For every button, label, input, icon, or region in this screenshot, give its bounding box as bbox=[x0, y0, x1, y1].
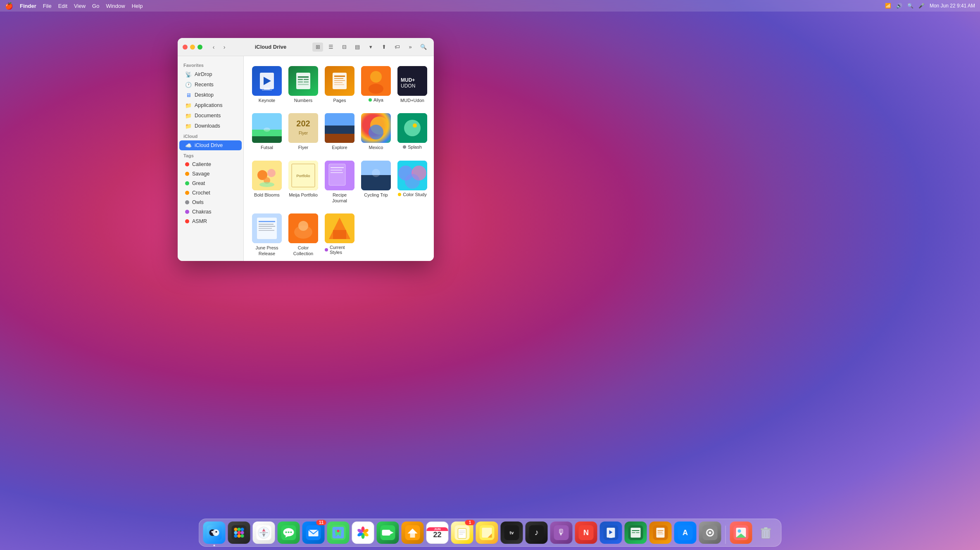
sidebar-item-applications[interactable]: 📁 Applications bbox=[179, 100, 242, 110]
dock-item-appstore[interactable]: A bbox=[674, 522, 697, 544]
sidebar-item-airdrop[interactable]: 📡 AirDrop bbox=[179, 69, 242, 79]
file-mud-udon[interactable]: MUD+ UDON MUD+Udon bbox=[396, 63, 429, 107]
dock-item-notes[interactable] bbox=[451, 522, 473, 544]
dock-item-music[interactable]: ♪ bbox=[526, 522, 548, 544]
sidebar-item-great[interactable]: Great bbox=[179, 179, 242, 188]
menu-edit[interactable]: Edit bbox=[58, 3, 67, 9]
bold-blooms-label: Bold Blooms bbox=[254, 192, 280, 198]
dock-item-facetime[interactable] bbox=[377, 522, 399, 544]
forward-button[interactable]: › bbox=[220, 43, 229, 52]
file-pages[interactable]: Pages bbox=[323, 63, 356, 107]
dock-item-pages-dock[interactable] bbox=[649, 522, 672, 544]
dock-item-calendar[interactable]: JUN 22 bbox=[426, 522, 449, 544]
sidebar-item-icloud-drive[interactable]: ☁️ iCloud Drive bbox=[179, 140, 242, 150]
svg-rect-141 bbox=[632, 530, 640, 531]
file-explore[interactable]: Explore bbox=[323, 110, 356, 154]
file-numbers[interactable]: Numbers bbox=[287, 63, 320, 107]
file-bold-blooms[interactable]: Bold Blooms bbox=[250, 157, 283, 207]
menu-go[interactable]: Go bbox=[92, 3, 99, 9]
sidebar-item-owls[interactable]: Owls bbox=[179, 198, 242, 207]
sidebar-item-desktop[interactable]: 🖥 Desktop bbox=[179, 90, 242, 100]
dock-item-sysprefs[interactable] bbox=[699, 522, 721, 544]
svg-point-86 bbox=[241, 534, 244, 538]
apple-menu[interactable]: 🍎 bbox=[5, 2, 13, 10]
great-tag-dot bbox=[185, 181, 189, 185]
svg-text:N: N bbox=[583, 529, 589, 537]
sidebar-item-caliente[interactable]: Caliente bbox=[179, 160, 242, 169]
dock-item-maps[interactable] bbox=[327, 522, 350, 544]
dock-item-mail[interactable] bbox=[302, 522, 325, 544]
menubar-right: 📶 🔊 🔍 🎤 Mon Jun 22 9:41 AM bbox=[885, 3, 975, 9]
dock-item-photos[interactable] bbox=[352, 522, 374, 544]
dock-item-home[interactable] bbox=[402, 522, 424, 544]
svg-point-74 bbox=[213, 529, 219, 536]
view-options-button[interactable]: ▾ bbox=[365, 43, 376, 52]
more-button[interactable]: » bbox=[405, 43, 416, 52]
file-keynote[interactable]: Keynote bbox=[250, 63, 283, 107]
svg-point-83 bbox=[241, 531, 244, 534]
file-futsal[interactable]: Futsal bbox=[250, 110, 283, 154]
svg-point-43 bbox=[259, 182, 274, 187]
icloud-label: iCloud bbox=[178, 131, 243, 140]
minimize-button[interactable] bbox=[190, 45, 195, 50]
file-current-styles[interactable]: Current Styles bbox=[323, 210, 356, 260]
share-button[interactable]: ⬆ bbox=[378, 43, 389, 52]
back-button[interactable]: ‹ bbox=[209, 43, 218, 52]
sidebar-item-asmr[interactable]: ASMR bbox=[179, 217, 242, 226]
dock-item-safari[interactable] bbox=[253, 522, 275, 544]
nav-buttons: ‹ › bbox=[209, 43, 229, 52]
sidebar-item-crochet[interactable]: Crochet bbox=[179, 188, 242, 197]
file-flyer[interactable]: 202 Flyer Flyer bbox=[287, 110, 320, 154]
dock-item-news[interactable]: N bbox=[575, 522, 597, 544]
dock-item-appletv[interactable]: tv bbox=[501, 522, 523, 544]
sidebar-item-savage[interactable]: Savage bbox=[179, 169, 242, 178]
menu-file[interactable]: File bbox=[43, 3, 52, 9]
close-button[interactable] bbox=[183, 45, 188, 50]
file-june-press-release[interactable]: June Press Release bbox=[250, 210, 283, 260]
sidebar-item-documents[interactable]: 📁 Documents bbox=[179, 111, 242, 121]
svg-point-81 bbox=[234, 531, 238, 534]
sidebar-item-downloads[interactable]: 📁 Downloads bbox=[179, 121, 242, 131]
dock-item-numbers-dock[interactable] bbox=[625, 522, 647, 544]
gallery-view-button[interactable]: ▤ bbox=[352, 43, 363, 52]
tag-button[interactable]: 🏷 bbox=[392, 43, 402, 52]
file-splash[interactable]: Splash bbox=[396, 110, 429, 154]
window-body: Favorites 📡 AirDrop 🕐 Recents 🖥 Desktop … bbox=[178, 56, 434, 261]
finder-window: ‹ › iCloud Drive ⊞ ☰ ⊟ ▤ ▾ ⬆ 🏷 » 🔍 Favor… bbox=[178, 38, 434, 261]
dock-item-finder[interactable] bbox=[203, 522, 226, 544]
maximize-button[interactable] bbox=[197, 45, 202, 50]
favorites-label: Favorites bbox=[178, 60, 243, 69]
file-recipe-journal[interactable]: Recipe Journal bbox=[323, 157, 356, 207]
dock-item-launchpad[interactable] bbox=[228, 522, 250, 544]
list-view-button[interactable]: ☰ bbox=[326, 43, 336, 52]
current-styles-dot bbox=[325, 248, 328, 251]
svg-rect-143 bbox=[636, 532, 640, 533]
dock-item-podcasts[interactable]: 🎙 bbox=[550, 522, 573, 544]
file-mexico[interactable]: Mexico bbox=[359, 110, 392, 154]
file-aliya[interactable]: Aliya bbox=[359, 63, 392, 107]
icon-view-button[interactable]: ⊞ bbox=[312, 43, 323, 52]
svg-rect-148 bbox=[658, 533, 664, 534]
svg-rect-10 bbox=[298, 84, 309, 85]
menu-help[interactable]: Help bbox=[132, 3, 143, 9]
dock-item-keynote-dock[interactable] bbox=[600, 522, 622, 544]
menu-finder[interactable]: Finder bbox=[20, 3, 36, 9]
owls-tag-dot bbox=[185, 200, 189, 204]
menu-window[interactable]: Window bbox=[106, 3, 125, 9]
menu-view[interactable]: View bbox=[74, 3, 86, 9]
file-meija-portfolio[interactable]: Portfolio Meija Portfolio bbox=[287, 157, 320, 207]
search-button[interactable]: 🔍 bbox=[418, 43, 429, 52]
sidebar-item-recents[interactable]: 🕐 Recents bbox=[179, 80, 242, 90]
svg-text:MUD+: MUD+ bbox=[401, 77, 415, 83]
menubar-search[interactable]: 🔍 bbox=[907, 3, 913, 9]
menubar-siri[interactable]: 🎤 bbox=[918, 3, 925, 9]
sidebar-item-chakras[interactable]: Chakras bbox=[179, 207, 242, 216]
file-color-collection[interactable]: Color Collection bbox=[287, 210, 320, 260]
dock-item-trash[interactable] bbox=[755, 522, 777, 544]
dock-item-preview[interactable] bbox=[730, 522, 752, 544]
file-cycling-trip[interactable]: Cycling Trip bbox=[359, 157, 392, 207]
column-view-button[interactable]: ⊟ bbox=[339, 43, 350, 52]
dock-item-stickies[interactable] bbox=[476, 522, 498, 544]
file-color-study[interactable]: Color Study bbox=[396, 157, 429, 207]
dock-item-messages[interactable] bbox=[278, 522, 300, 544]
